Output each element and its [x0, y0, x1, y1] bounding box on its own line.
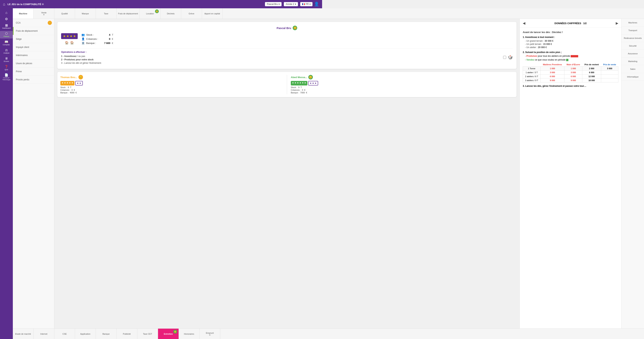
a-e1: ★ — [310, 82, 312, 84]
banque-label: Banque : — [86, 42, 101, 44]
player-main-info: ★ ★ ★ ★ 🏠 🏠 — [61, 33, 322, 45]
year-select[interactable]: Année 2 ▾ — [284, 2, 298, 6]
a-s5: ★ — [302, 82, 304, 85]
tab-apport[interactable]: Apport en capital — [202, 8, 223, 19]
sidebar-item-settings[interactable]: ⚙ — [0, 16, 13, 22]
ecrans-icon: 🖥 — [5, 57, 8, 60]
panel-item-usure[interactable]: Usure de pièces — [13, 60, 54, 68]
tab-marque[interactable]: Marque — [75, 8, 96, 19]
dashboard-label: Dashboard — [2, 27, 10, 29]
user-select[interactable]: Pascal Bru ▾ — [265, 2, 282, 6]
tab-taxe-label: Taxe — [104, 12, 108, 15]
t-s4: ★ — [69, 82, 71, 85]
tab-machine[interactable]: Machine — [13, 8, 34, 19]
top-nav: ⌂ LE JEU de la COMPTABILITÉ ® Pascal Bru… — [0, 0, 322, 8]
star-2: ★ — [66, 34, 69, 38]
comptab-label: Comptab. — [3, 44, 10, 46]
panel-item-frais[interactable]: Frais de déplacement — [13, 27, 54, 35]
sidebar-item-comptab[interactable]: 📖 Comptab. — [0, 39, 13, 47]
lang-label: FR — [306, 3, 309, 6]
thomas-banque-label: Banque : — [60, 92, 69, 94]
creances-value: 0 — [103, 38, 110, 40]
panel-item-interimaires[interactable]: Intérimaires — [13, 51, 54, 60]
t-s1: ★ — [62, 82, 64, 85]
star-1: ★ — [63, 34, 66, 38]
tab-vente-sub: ⌘ — [43, 14, 45, 16]
frais-label: Frais de déplacement — [16, 30, 38, 32]
player-stats: 👥 Stock : 4 T 👤 Créances : 0 € — [82, 33, 113, 44]
abed-banque-value: 7000 — [300, 92, 305, 94]
comptab-icon: 📖 — [4, 40, 8, 44]
abed-stars-main: ★ ★ ★ ★ ★ ★ — [291, 81, 308, 86]
panel-item-siege[interactable]: Siège — [13, 35, 54, 43]
tab-qualite[interactable]: Qualité — [54, 8, 75, 19]
lang-button[interactable]: 🇫🇷 FR ▾ — [300, 2, 312, 6]
op-1: 1 - Investissez / ou pas — [61, 55, 102, 58]
thomas-stars-main: ★ ★ ★ ★ ★ — [60, 81, 74, 86]
abed-creances-value: 0 — [302, 89, 303, 91]
tab-greve-label: Grève — [188, 12, 194, 15]
sidebar-item-ecrans[interactable]: 🖥 Ecrans — [0, 56, 13, 64]
creances-icon: 👤 — [82, 37, 85, 40]
panel-item-cca[interactable]: CCA 😊 — [13, 19, 54, 27]
a-s2: ★ — [294, 82, 296, 85]
t-s5: ★ — [71, 82, 73, 85]
operations-items: 1 - Investissez / ou pas 2 - Produisez p… — [61, 55, 102, 65]
banque-icon: 🏦 — [82, 42, 85, 44]
usure-label: Usure de pièces — [16, 62, 32, 65]
location-badge-icon: 😊 — [156, 10, 158, 12]
sidebar-item-analyse[interactable]: ⚖ Analyse — [0, 48, 13, 55]
thomas-stock-unit: T — [70, 86, 72, 88]
user-avatar-button[interactable]: 👤 — [314, 2, 319, 6]
certificat-icon: 📄 — [4, 74, 8, 76]
tab-greve[interactable]: Grève — [181, 8, 202, 19]
house-icon-1: 🏠 — [65, 41, 69, 44]
sidebar-item-home[interactable]: ⌂ — [0, 10, 13, 16]
tab-dechets[interactable]: Déchets — [160, 8, 181, 19]
sidebar-item-dashboard[interactable]: ▦ Dashboard — [0, 23, 13, 30]
tab-vente[interactable]: Vente ⌘ — [34, 8, 54, 19]
abed-header: Abed Messa... 😊 — [291, 75, 322, 80]
thomas-stars: ★ ★ ★ ★ ★ ★ ★ — [60, 81, 283, 86]
tab-frais[interactable]: Frais de déplacement — [116, 8, 140, 19]
a-s4: ★ — [299, 82, 301, 85]
ecrans-label: Ecrans — [4, 60, 9, 62]
abed-stats: Stock : 9 T Créances : 0 € — [291, 86, 322, 94]
operations-title: Opérations à effectuer : — [61, 51, 322, 54]
thomas-banque-unit: € — [76, 92, 77, 94]
content-area: CCA 😊 Frais de déplacement Siège Impayé … — [13, 19, 322, 170]
stat-creances: 👤 Créances : 0 € — [82, 37, 113, 40]
abed-creances-label: Créances : — [291, 89, 301, 91]
certificat-label: Certificat / Télécharger — [1, 77, 12, 80]
abed-creances-unit: € — [304, 89, 305, 91]
stock-value: 4 — [103, 34, 110, 36]
panel-item-prime[interactable]: Prime — [13, 68, 54, 76]
a-s1: ★ — [292, 82, 294, 85]
home-icon[interactable]: ⌂ — [3, 2, 5, 6]
stat-stock: 👥 Stock : 4 T — [82, 33, 113, 36]
stock-unit: T — [112, 34, 113, 36]
prime-label: Prime — [16, 70, 22, 73]
tab-taxe[interactable]: Taxe — [96, 8, 116, 19]
sidebar-item-quiz[interactable]: ❓ Quiz — [0, 64, 13, 72]
panel-item-proces[interactable]: Procès perdu — [13, 76, 54, 84]
tab-apport-label: Apport en capital — [204, 12, 220, 15]
abed-banque-row: Banque : 7000 € — [291, 92, 322, 94]
tab-location[interactable]: Location 😊 — [140, 8, 160, 19]
app-title: LE JEU de la COMPTABILITÉ ® — [8, 3, 263, 6]
panel-item-impaye[interactable]: Impayé client — [13, 43, 54, 51]
abed-stock-label: Stock : — [291, 86, 297, 88]
a-e2: ★ — [312, 82, 314, 84]
thomas-banque-value: 4000 — [70, 92, 74, 94]
abed-banque-label: Banque : — [291, 92, 299, 94]
star-4: ★ — [73, 34, 76, 38]
green-bar — [13, 27, 14, 35]
tab-vente-label: Vente — [41, 12, 46, 14]
sidebar-item-plateau[interactable]: ⬡ Plateau — [0, 31, 13, 38]
thomas-banque-row: Banque : 4000 € — [60, 92, 283, 94]
abed-stock-unit: T — [300, 86, 302, 88]
analyse-icon: ⚖ — [5, 49, 8, 52]
sidebar-item-certificat[interactable]: 📄 Certificat / Télécharger — [0, 72, 13, 82]
thomas-creances-unit: € — [74, 89, 75, 91]
quiz-icon: ❓ — [4, 65, 8, 68]
